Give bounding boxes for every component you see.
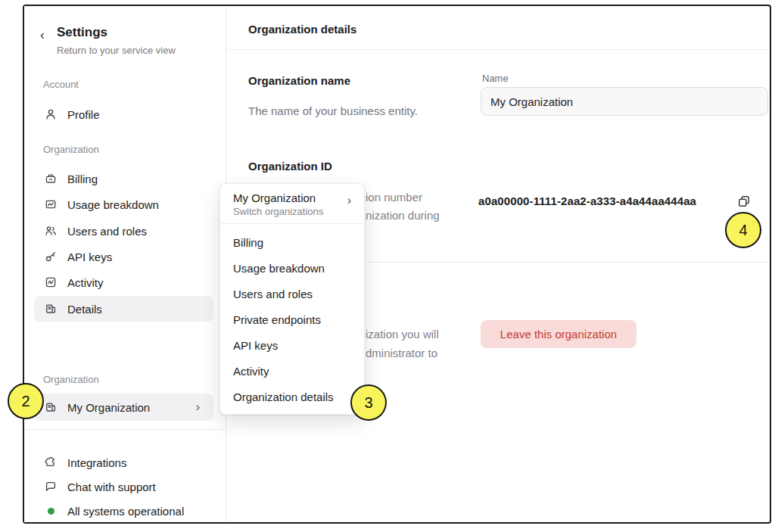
sidebar-title: Settings [57, 25, 107, 40]
sidebar-item-details[interactable]: Details [34, 296, 213, 322]
sidebar-item-my-organization[interactable]: My Organization › [34, 394, 213, 421]
org-name-heading: Organization name [248, 74, 350, 87]
org-id-heading: Organization ID [248, 160, 332, 173]
sidebar-item-system-status[interactable]: All systems operational [24, 498, 226, 524]
chevron-right-icon: › [347, 194, 351, 207]
annotation-step-3-badge: 3 [350, 384, 387, 421]
section-label-organization: Organization [43, 144, 99, 155]
sidebar-item-billing[interactable]: Billing [24, 166, 226, 191]
dropdown-item-api-keys[interactable]: API keys [220, 333, 364, 359]
sidebar-item-label: Chat with support [67, 481, 156, 493]
annotation-step-4-badge: 4 [725, 212, 761, 248]
sidebar-item-label: Activity [67, 276, 104, 289]
sidebar-item-label: Integrations [67, 456, 126, 469]
section-label-organization-2: Organization [43, 374, 99, 385]
org-id-description-fragment: ion number nization during [366, 188, 440, 225]
sidebar-item-label: API keys [67, 250, 112, 263]
users-icon [44, 224, 58, 238]
dropdown-item-list: Billing Usage breakdown Users and roles … [220, 224, 364, 410]
dropdown-item-usage-breakdown[interactable]: Usage breakdown [220, 256, 364, 282]
sidebar-item-label: Billing [67, 173, 98, 185]
chat-bubble-icon [44, 480, 58, 493]
dropdown-org-name: My Organization [233, 191, 352, 204]
sidebar-item-label: All systems operational [67, 505, 184, 518]
sidebar-item-profile[interactable]: Profile [24, 101, 226, 127]
dropdown-item-activity[interactable]: Activity [220, 359, 364, 384]
usage-chart-icon [44, 198, 58, 211]
page-title: Organization details [248, 23, 356, 36]
organization-building-icon [44, 302, 58, 316]
dropdown-item-billing[interactable]: Billing [220, 230, 364, 256]
sidebar-item-activity[interactable]: Activity [24, 269, 226, 295]
header-divider [226, 49, 770, 50]
sidebar-item-label: Usage breakdown [67, 198, 159, 211]
organization-name-input[interactable] [481, 87, 768, 116]
fragment-line: nization during [366, 209, 440, 222]
sidebar-item-integrations[interactable]: Integrations [24, 450, 226, 475]
annotation-step-2-badge: 2 [8, 383, 44, 419]
dropdown-switch-label: Switch organizations [233, 206, 352, 217]
dropdown-item-users-roles[interactable]: Users and roles [220, 282, 364, 307]
org-name-description: The name of your business entity. [248, 104, 418, 117]
fragment-line: ion number [366, 191, 422, 204]
sidebar-item-label: Details [67, 303, 102, 316]
dropdown-item-organization-details[interactable]: Organization details [220, 384, 364, 410]
billing-icon [44, 172, 58, 185]
back-chevron-icon[interactable]: ‹ [40, 27, 45, 43]
sidebar-item-label: Users and roles [67, 225, 147, 238]
chevron-right-icon: › [196, 400, 200, 414]
leave-organization-button[interactable]: Leave this organization [481, 320, 636, 348]
status-green-dot-icon [44, 504, 58, 518]
key-icon [44, 250, 58, 263]
sidebar-divider [24, 429, 226, 430]
sidebar-item-chat-support[interactable]: Chat with support [24, 474, 226, 499]
sidebar-item-usage-breakdown[interactable]: Usage breakdown [24, 191, 226, 217]
leave-description-fragment: ization you will dministrator to [366, 325, 439, 362]
section-label-account: Account [43, 79, 79, 90]
fragment-line: ization you will [366, 328, 439, 341]
name-field-label: Name [482, 73, 509, 84]
organization-id-value: a0a00000-1111-2aa2-a333-a4a44aa444aa [478, 194, 696, 207]
organization-dropdown-menu: My Organization Switch organizations › B… [219, 183, 365, 415]
person-icon [44, 107, 58, 121]
activity-icon [44, 275, 58, 289]
settings-sidebar: ‹ Settings Return to your service view A… [24, 6, 226, 522]
app-window: ‹ Settings Return to your service view A… [23, 5, 771, 524]
copy-icon[interactable] [736, 194, 752, 209]
dropdown-item-private-endpoints[interactable]: Private endpoints [220, 307, 364, 333]
puzzle-icon [44, 456, 58, 469]
sidebar-item-users-roles[interactable]: Users and roles [24, 218, 226, 244]
sidebar-item-label: My Organization [67, 401, 150, 414]
dropdown-header[interactable]: My Organization Switch organizations › [220, 184, 364, 223]
sidebar-item-label: Profile [67, 108, 100, 121]
organization-building-icon [44, 400, 58, 414]
sidebar-item-api-keys[interactable]: API keys [24, 244, 226, 269]
fragment-line: dministrator to [366, 347, 437, 359]
sidebar-subtitle[interactable]: Return to your service view [57, 45, 176, 56]
